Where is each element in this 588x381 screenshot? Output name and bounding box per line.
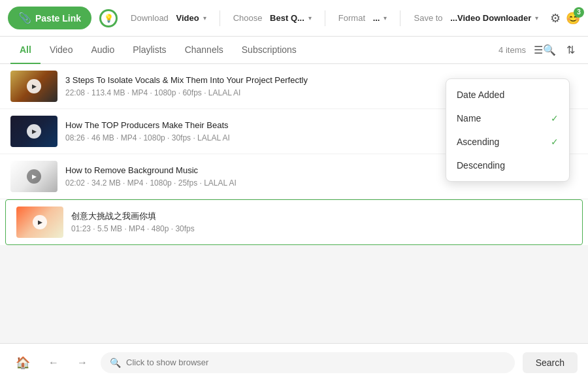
chevron-down-icon: ▾ — [203, 14, 206, 22]
tab-playlists[interactable]: Playlists — [123, 37, 175, 64]
browser-address-bar[interactable]: 🔍 — [101, 352, 515, 373]
app-header: 📎 Paste Link 💡 Download Video ▾ Choose B… — [0, 0, 588, 37]
sort-option-descending[interactable]: Descending — [446, 154, 569, 177]
download-type-dropdown[interactable]: Download Video ▾ — [125, 10, 212, 25]
bottom-bar: 🏠 ← → 🔍 Search — [0, 343, 588, 381]
chevron-down-icon: ▾ — [535, 14, 538, 22]
tab-audio[interactable]: Audio — [82, 37, 123, 64]
check-icon: ✓ — [551, 137, 559, 147]
table-row[interactable]: ▶ 创意大挑战之我画你填 01:23 · 5.5 MB · MP4 · 480p… — [5, 199, 583, 245]
chevron-down-icon: ▾ — [384, 14, 387, 22]
video-title: 创意大挑战之我画你填 — [71, 211, 572, 222]
home-button[interactable]: 🏠 — [10, 353, 35, 373]
sort-option-ascending[interactable]: Ascending ✓ — [446, 130, 569, 154]
play-icon: ▶ — [27, 124, 41, 139]
tab-subscriptions[interactable]: Subscriptions — [233, 37, 306, 64]
clip-icon: 📎 — [18, 12, 31, 24]
search-icon: 🔍 — [110, 357, 121, 368]
divider — [220, 10, 220, 26]
notification-badge: 3 — [574, 7, 584, 18]
format-dropdown[interactable]: Format ... ▾ — [333, 10, 393, 25]
settings-button[interactable]: ⚙ — [550, 11, 561, 25]
play-icon: ▶ — [27, 79, 41, 93]
check-icon: ✓ — [551, 113, 559, 124]
sort-option-date-added[interactable]: Date Added — [446, 83, 569, 107]
paste-link-button[interactable]: 📎 Paste Link — [8, 7, 91, 29]
nav-tabs: All Video Audio Playlists Channels Subsc… — [0, 37, 588, 64]
video-thumbnail: ▶ — [10, 161, 57, 192]
tab-video[interactable]: Video — [41, 37, 82, 64]
video-thumbnail: ▶ — [16, 207, 63, 238]
sort-button[interactable]: ⇅ — [564, 41, 578, 59]
browser-input[interactable] — [126, 357, 506, 367]
video-info: 创意大挑战之我画你填 01:23 · 5.5 MB · MP4 · 480p ·… — [71, 211, 572, 234]
toggle-switch[interactable]: 💡 — [99, 9, 118, 27]
tab-channels[interactable]: Channels — [176, 37, 233, 64]
search-button[interactable]: Search — [523, 352, 578, 373]
lightbulb-icon: 💡 — [104, 14, 114, 23]
play-icon: ▶ — [33, 215, 47, 229]
video-thumbnail: ▶ — [10, 116, 57, 147]
save-to-dropdown[interactable]: Save to ...Video Downloader ▾ — [408, 10, 544, 25]
sort-option-name[interactable]: Name ✓ — [446, 107, 569, 130]
sort-dropdown-menu: Date Added Name ✓ Ascending ✓ Descending — [446, 78, 570, 182]
tab-all[interactable]: All — [10, 37, 41, 64]
forward-button[interactable]: → — [72, 354, 93, 371]
video-thumbnail: ▶ — [10, 71, 57, 102]
back-button[interactable]: ← — [43, 354, 64, 371]
divider — [325, 10, 325, 26]
choose-quality-dropdown[interactable]: Choose Best Q... ▾ — [228, 10, 317, 25]
account-button[interactable]: 😊 3 — [566, 11, 580, 25]
chevron-down-icon: ▾ — [308, 14, 312, 22]
divider — [400, 10, 400, 26]
toggle-inner: 💡 — [101, 11, 116, 25]
items-count: 4 items — [498, 45, 526, 55]
header-right: ⚙ 😊 3 — [550, 11, 580, 25]
video-meta: 01:23 · 5.5 MB · MP4 · 480p · 30fps — [71, 224, 572, 233]
play-icon: ▶ — [27, 169, 41, 184]
nav-right: 4 items ☰🔍 ⇅ — [498, 41, 578, 59]
list-search-button[interactable]: ☰🔍 — [531, 41, 559, 59]
